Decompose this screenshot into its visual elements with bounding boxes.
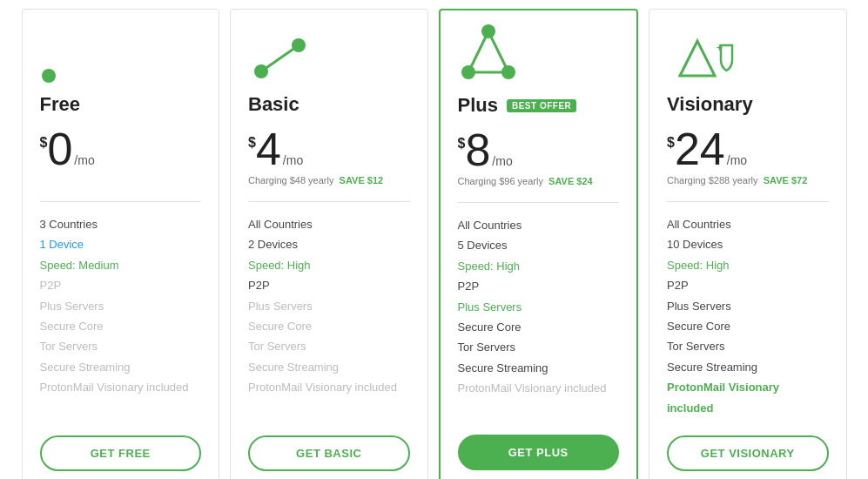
plan-icon-plus <box>458 24 620 85</box>
feature-basic-4: Plus Servers <box>248 296 410 316</box>
feature-free-2: Speed: Medium <box>40 255 202 275</box>
feature-plus-4: Plus Servers <box>458 297 620 317</box>
feature-visionary-8: ProtonMail Visionary included <box>667 377 829 418</box>
plan-card-visionary: + Visionary $ 24 /mo Charging $288 yearl… <box>649 9 847 479</box>
price-dollar-free: $ <box>40 135 48 151</box>
plan-name-visionary: Visionary <box>667 93 753 116</box>
features-list-free: 3 Countries 1 Device Speed: Medium P2P P… <box>40 214 202 418</box>
billing-info-visionary: Charging $288 yearly SAVE $72 <box>667 175 829 189</box>
divider-plus <box>458 202 620 203</box>
feature-free-0: 3 Countries <box>40 214 202 234</box>
save-text-basic: SAVE $12 <box>340 175 384 186</box>
price-dollar-visionary: $ <box>667 135 675 151</box>
feature-plus-1: 5 Devices <box>458 235 620 255</box>
plan-button-free[interactable]: GET FREE <box>40 435 202 471</box>
price-row-plus: $ 8 /mo <box>458 127 620 172</box>
price-period-free: /mo <box>74 153 94 167</box>
svg-line-3 <box>261 45 299 71</box>
plan-button-plus[interactable]: GET PLUS <box>458 435 620 470</box>
features-list-visionary: All Countries 10 Devices Speed: High P2P… <box>667 214 829 418</box>
plan-name-basic: Basic <box>248 93 299 116</box>
features-list-basic: All Countries 2 Devices Speed: High P2P … <box>248 214 410 418</box>
svg-point-0 <box>42 69 56 83</box>
plan-button-visionary[interactable]: GET VISIONARY <box>667 435 829 471</box>
plan-card-basic: Basic $ 4 /mo Charging $48 yearly SAVE $… <box>230 9 428 479</box>
feature-basic-7: Secure Streaming <box>248 357 410 377</box>
save-text-plus: SAVE $24 <box>548 176 593 186</box>
feature-visionary-6: Tor Servers <box>667 336 829 356</box>
price-period-basic: /mo <box>283 153 303 167</box>
svg-line-7 <box>468 31 488 72</box>
price-dollar-basic: $ <box>248 135 256 151</box>
plan-name-plus: Plus <box>458 94 498 117</box>
plan-icon-free <box>40 24 202 84</box>
billing-text-visionary: Charging $288 yearly <box>667 175 758 186</box>
price-row-free: $ 0 /mo <box>40 126 202 172</box>
feature-visionary-3: P2P <box>667 275 829 295</box>
feature-free-8: ProtonMail Visionary included <box>40 377 202 397</box>
plan-header-basic: Basic <box>248 93 410 116</box>
feature-basic-8: ProtonMail Visionary included <box>248 377 410 397</box>
feature-basic-3: P2P <box>248 275 410 295</box>
price-amount-free: 0 <box>47 126 72 172</box>
price-amount-visionary: 24 <box>675 126 725 172</box>
price-amount-basic: 4 <box>256 126 281 172</box>
divider-basic <box>248 201 410 202</box>
svg-line-8 <box>488 31 508 72</box>
feature-visionary-0: All Countries <box>667 214 829 234</box>
feature-plus-5: Secure Core <box>458 317 620 337</box>
price-row-visionary: $ 24 /mo <box>667 126 829 172</box>
price-period-plus: /mo <box>492 154 512 168</box>
price-amount-plus: 8 <box>465 127 490 172</box>
pricing-container: Free $ 0 /mo 3 Countries 1 Device Speed:… <box>8 0 861 479</box>
billing-info-free <box>40 175 202 189</box>
svg-marker-10 <box>680 41 715 76</box>
plan-icon-visionary: + <box>667 24 829 84</box>
plan-card-free: Free $ 0 /mo 3 Countries 1 Device Speed:… <box>22 9 220 479</box>
feature-free-1: 1 Device <box>40 234 202 254</box>
billing-text-plus: Charging $96 yearly <box>458 176 543 186</box>
feature-plus-8: ProtonMail Visionary included <box>458 378 620 398</box>
price-dollar-plus: $ <box>458 136 466 152</box>
feature-plus-2: Speed: High <box>458 256 620 276</box>
feature-free-4: Plus Servers <box>40 296 202 316</box>
feature-plus-0: All Countries <box>458 215 620 235</box>
svg-text:+: + <box>717 42 723 54</box>
feature-basic-2: Speed: High <box>248 255 410 275</box>
plan-button-basic[interactable]: GET BASIC <box>248 435 410 471</box>
plan-header-plus: Plus BEST OFFER <box>458 94 620 117</box>
feature-free-3: P2P <box>40 275 202 295</box>
feature-basic-6: Tor Servers <box>248 336 410 356</box>
billing-info-basic: Charging $48 yearly SAVE $12 <box>248 175 410 189</box>
feature-free-5: Secure Core <box>40 316 202 336</box>
feature-visionary-5: Secure Core <box>667 316 829 336</box>
feature-visionary-4: Plus Servers <box>667 296 829 316</box>
feature-plus-6: Tor Servers <box>458 337 620 357</box>
feature-visionary-2: Speed: High <box>667 255 829 275</box>
feature-free-7: Secure Streaming <box>40 357 202 377</box>
divider-visionary <box>667 201 829 202</box>
save-text-visionary: SAVE $72 <box>764 175 808 186</box>
feature-basic-5: Secure Core <box>248 316 410 336</box>
plan-name-free: Free <box>40 93 80 116</box>
feature-plus-7: Secure Streaming <box>458 358 620 378</box>
plan-icon-basic <box>248 24 410 84</box>
feature-basic-0: All Countries <box>248 214 410 234</box>
feature-plus-3: P2P <box>458 276 620 296</box>
billing-text-basic: Charging $48 yearly <box>248 175 333 186</box>
plan-header-free: Free <box>40 93 202 116</box>
feature-basic-1: 2 Devices <box>248 234 410 254</box>
feature-visionary-1: 10 Devices <box>667 234 829 254</box>
feature-visionary-7: Secure Streaming <box>667 357 829 377</box>
price-period-visionary: /mo <box>727 153 747 167</box>
best-offer-badge: BEST OFFER <box>507 99 576 112</box>
plan-card-plus: Plus BEST OFFER $ 8 /mo Charging $96 yea… <box>439 9 639 479</box>
plan-header-visionary: Visionary <box>667 93 829 116</box>
price-row-basic: $ 4 /mo <box>248 126 410 172</box>
feature-free-6: Tor Servers <box>40 336 202 356</box>
billing-info-plus: Charging $96 yearly SAVE $24 <box>458 176 620 190</box>
features-list-plus: All Countries 5 Devices Speed: High P2P … <box>458 215 620 417</box>
divider-free <box>40 201 202 202</box>
